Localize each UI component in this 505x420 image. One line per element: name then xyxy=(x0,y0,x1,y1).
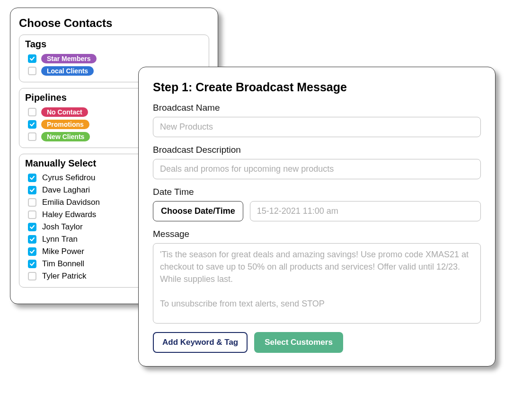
pipeline-checkbox[interactable] xyxy=(28,120,36,129)
manual-name: Dave Laghari xyxy=(42,185,90,195)
manual-checkbox[interactable] xyxy=(28,174,36,182)
manual-checkbox[interactable] xyxy=(28,235,36,244)
pipeline-pill: New Clients xyxy=(41,132,90,141)
pipeline-pill: No Contact xyxy=(41,107,88,117)
manual-checkbox[interactable] xyxy=(28,272,36,280)
broadcast-desc-label: Broadcast Description xyxy=(153,145,481,155)
manual-name: Josh Taylor xyxy=(42,222,83,232)
broadcast-step-title: Step 1: Create Broadcast Message xyxy=(153,80,481,94)
manual-checkbox[interactable] xyxy=(28,198,36,207)
tag-pill: Local Clients xyxy=(41,66,94,76)
add-keyword-tag-button[interactable]: Add Keyword & Tag xyxy=(153,332,248,353)
tag-checkbox[interactable] xyxy=(28,67,36,75)
manual-name: Cyrus Sefidrou xyxy=(42,173,95,183)
choose-datetime-button[interactable]: Choose Date/Time xyxy=(153,201,243,221)
create-broadcast-card: Step 1: Create Broadcast Message Broadca… xyxy=(138,67,496,367)
pipeline-pill: Promotions xyxy=(41,120,89,129)
manual-checkbox[interactable] xyxy=(28,260,36,268)
broadcast-name-label: Broadcast Name xyxy=(153,103,481,113)
broadcast-desc-input[interactable]: Deals and promos for upcoming new produc… xyxy=(153,159,481,179)
manual-checkbox[interactable] xyxy=(28,210,36,219)
manual-name: Mike Power xyxy=(42,247,84,256)
manual-checkbox[interactable] xyxy=(28,186,36,194)
choose-contacts-title: Choose Contacts xyxy=(19,17,209,30)
tag-pill: Star Members xyxy=(41,54,97,63)
manual-name: Lynn Tran xyxy=(42,235,78,244)
manual-name: Emilia Davidson xyxy=(42,198,100,207)
broadcast-name-input[interactable]: New Products xyxy=(153,117,481,137)
manual-name: Haley Edwards xyxy=(42,210,96,219)
manual-name: Tim Bonnell xyxy=(42,259,84,269)
datetime-display[interactable]: 15-12-2021 11:00 am xyxy=(250,201,481,221)
tag-checkbox[interactable] xyxy=(28,54,36,63)
manual-checkbox[interactable] xyxy=(28,223,36,231)
select-customers-button[interactable]: Select Customers xyxy=(254,332,343,353)
pipeline-checkbox[interactable] xyxy=(28,108,36,116)
datetime-label: Date Time xyxy=(153,187,481,197)
tags-title: Tags xyxy=(25,39,203,50)
message-label: Message xyxy=(153,229,481,239)
manual-checkbox[interactable] xyxy=(28,247,36,256)
manual-name: Tyler Patrick xyxy=(42,271,87,281)
message-textarea[interactable]: 'Tis the season for great deals and amaz… xyxy=(153,243,481,324)
tag-row: Star Members xyxy=(25,52,203,65)
pipeline-checkbox[interactable] xyxy=(28,132,36,141)
